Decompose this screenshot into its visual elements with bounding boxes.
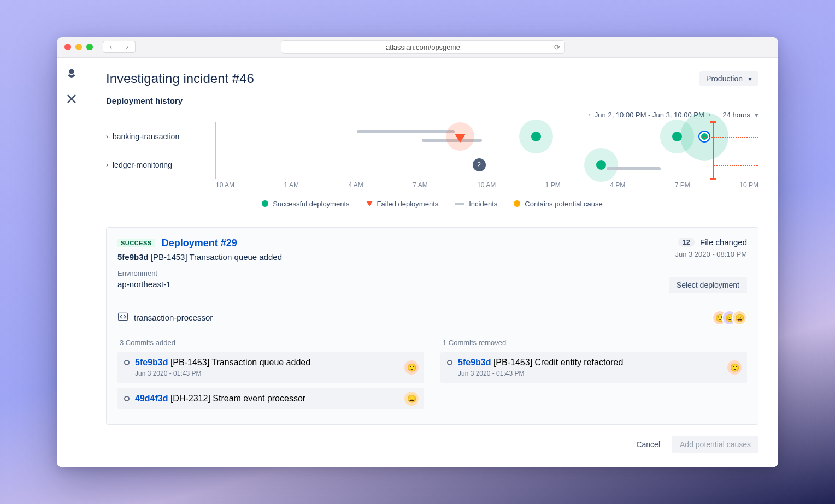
time-axis: 10 AM 1 AM 4 AM 7 AM 10 AM 1 PM 4 PM 7 P… — [215, 179, 758, 189]
chevron-right-icon: › — [106, 133, 108, 140]
sidebar — [57, 58, 86, 467]
commits-removed-label: 1 Commits removed — [443, 339, 747, 347]
commit-hash[interactable]: 5fe9b3d — [458, 358, 491, 367]
select-deployment-button[interactable]: Select deployment — [669, 277, 747, 293]
files-changed-label: File changed — [700, 238, 747, 247]
incident-bar[interactable] — [357, 130, 455, 133]
environment-value: ap-northeast-1 — [117, 280, 282, 289]
avatar[interactable]: 😄 — [404, 392, 419, 406]
commit-item[interactable]: 5fe9b3d [PB-1453] Credit entity refactor… — [440, 352, 747, 383]
cluster-count[interactable]: 2 — [473, 158, 486, 171]
files-changed-count: 12 — [678, 238, 695, 247]
commit-message: [DH-2312] Stream event processor — [170, 394, 305, 403]
section-title: Deployment history — [86, 96, 778, 111]
deployment-link[interactable]: Deployment #29 — [162, 238, 237, 249]
contributor-avatars[interactable]: 🙂 😊 😄 — [718, 310, 747, 325]
nav-arrows: ‹ › — [103, 41, 136, 53]
titlebar: ‹ › atlassian.com/opsgenie ⟳ — [57, 37, 778, 58]
footer-actions: Cancel Add potential causes — [86, 425, 778, 467]
commit-message: [PB-1453] Credit entity refactored — [493, 358, 623, 367]
deployment-timeline: ‹ Jun 2, 10:00 PM - Jun 3, 10:00 PM › 24… — [86, 111, 778, 193]
commit-message: [PB-1453] Transaction queue added — [170, 358, 310, 367]
zoom-window-icon[interactable] — [86, 44, 93, 50]
commits-added-label: 3 Commits added — [120, 339, 424, 347]
deployment-card: SUCCESS Deployment #29 5fe9b3d [PB-1453]… — [106, 227, 758, 425]
repo-name[interactable]: transaction-processor — [134, 313, 213, 322]
forward-button[interactable]: › — [119, 41, 136, 53]
timeline-row: › ledger-monitoring 2 — [106, 151, 758, 179]
address-bar[interactable]: atlassian.com/opsgenie ⟳ — [281, 40, 565, 54]
chevron-down-icon: ▾ — [748, 74, 752, 83]
timeline-row: › banking-transaction — [106, 122, 758, 151]
commit-item[interactable]: 5fe9b3d [PB-1453] Transaction queue adde… — [117, 352, 424, 383]
environment-label: Production — [706, 74, 743, 83]
close-icon[interactable] — [66, 93, 78, 107]
reload-icon[interactable]: ⟳ — [554, 43, 560, 51]
time-window-selector[interactable]: 24 hours ▾ — [722, 111, 758, 119]
chevron-right-icon: › — [106, 161, 108, 169]
potential-cause-icon — [514, 200, 520, 207]
failed-icon — [366, 201, 373, 206]
page-title: Investigating incident #46 — [106, 71, 254, 86]
url-text: atlassian.com/opsgenie — [386, 43, 460, 51]
commit-node-icon — [124, 396, 130, 401]
legend: Successful deployments Failed deployment… — [86, 193, 778, 217]
commit-node-icon — [447, 360, 452, 365]
commit-node-icon — [124, 360, 130, 365]
cancel-button[interactable]: Cancel — [636, 440, 660, 449]
deployment-timestamp: Jun 3 2020 - 08:10 PM — [675, 250, 747, 258]
commit-message: [PB-1453] Transaction queue added — [151, 252, 282, 262]
service-name: ledger-monitoring — [113, 161, 172, 169]
service-toggle[interactable]: › banking-transaction — [106, 132, 215, 141]
commit-hash[interactable]: 49d4f3d — [135, 394, 168, 403]
back-button[interactable]: ‹ — [103, 41, 119, 53]
service-name: banking-transaction — [113, 132, 179, 141]
avatar[interactable]: 🙂 — [404, 360, 419, 375]
incident-bar[interactable] — [607, 167, 661, 170]
avatar[interactable]: 😄 — [732, 310, 747, 325]
incident-icon — [455, 203, 464, 205]
status-badge: SUCCESS — [117, 239, 155, 247]
successful-deployment-marker[interactable] — [531, 132, 541, 141]
opsgenie-icon[interactable] — [66, 68, 78, 82]
successful-deployment-marker[interactable] — [596, 160, 606, 170]
failed-deployment-marker[interactable] — [455, 134, 466, 143]
commit-timestamp: Jun 3 2020 - 01:43 PM — [135, 370, 418, 377]
commit-hash: 5fe9b3d — [117, 252, 149, 262]
time-range-label: Jun 2, 10:00 PM - Jun 3, 10:00 PM — [595, 111, 704, 119]
service-toggle[interactable]: › ledger-monitoring — [106, 161, 215, 169]
commit-item[interactable]: 49d4f3d [DH-2312] Stream event processor… — [117, 388, 424, 409]
svg-point-0 — [69, 69, 74, 74]
commit-timestamp: Jun 3 2020 - 01:43 PM — [458, 370, 740, 377]
success-icon — [262, 200, 268, 207]
time-window-label: 24 hours — [722, 111, 750, 119]
chevron-down-icon: ▾ — [755, 111, 758, 119]
minimize-window-icon[interactable] — [75, 44, 82, 50]
environment-selector[interactable]: Production ▾ — [699, 71, 758, 86]
code-icon — [117, 311, 128, 324]
close-window-icon[interactable] — [64, 44, 71, 50]
environment-label: Environment — [117, 269, 282, 277]
add-potential-causes-button[interactable]: Add potential causes — [672, 436, 758, 453]
commit-hash[interactable]: 5fe9b3d — [135, 358, 168, 367]
window-controls — [64, 44, 93, 50]
avatar[interactable]: 🙂 — [727, 360, 742, 375]
prev-range-icon[interactable]: ‹ — [588, 111, 590, 118]
browser-window: ‹ › atlassian.com/opsgenie ⟳ Investigati… — [57, 37, 778, 467]
